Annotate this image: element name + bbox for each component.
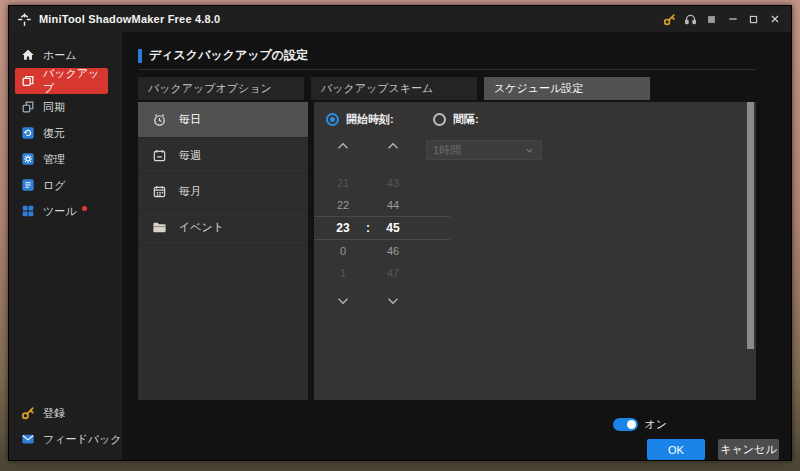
- hour-down-icon[interactable]: [331, 295, 355, 307]
- calendar-week-icon: [152, 148, 167, 163]
- selected-row-divider: [314, 239, 450, 240]
- minute-option[interactable]: 43: [376, 177, 410, 189]
- schedule-panel: 毎日 毎週 毎月 イベ: [138, 102, 756, 400]
- home-icon: [21, 48, 35, 62]
- sidebar-item-label: 登録: [43, 406, 65, 421]
- tools-icon: [21, 204, 35, 218]
- minute-option[interactable]: 44: [376, 199, 410, 211]
- mail-icon: [21, 432, 35, 446]
- selected-row-divider: [314, 216, 450, 217]
- sidebar-item-label: バックアップ: [43, 66, 108, 96]
- close-icon[interactable]: [764, 9, 785, 29]
- main-content: ディスクバックアップの設定 バックアップオプション バックアップスキーム スケジ…: [122, 32, 791, 460]
- sidebar-item-home[interactable]: ホーム: [9, 42, 122, 68]
- schedule-item-event[interactable]: イベント: [138, 210, 308, 246]
- sidebar-item-register[interactable]: 登録: [9, 400, 122, 426]
- hour-option[interactable]: 22: [326, 199, 360, 211]
- minute-option-selected[interactable]: 45: [376, 221, 410, 235]
- key-icon: [21, 406, 35, 420]
- folder-icon: [152, 220, 167, 235]
- header-divider: [138, 69, 756, 70]
- schedule-item-weekly[interactable]: 毎週: [138, 138, 308, 174]
- tab-backup-scheme[interactable]: バックアップスキーム: [311, 77, 477, 100]
- schedule-item-monthly[interactable]: 毎月: [138, 174, 308, 210]
- hour-option[interactable]: 1: [326, 267, 360, 279]
- calendar-month-icon: [152, 184, 167, 199]
- tab-schedule-settings[interactable]: スケジュール設定: [484, 77, 650, 100]
- log-icon: [21, 178, 35, 192]
- cancel-button[interactable]: キャンセル: [718, 439, 779, 460]
- scrollbar-thumb[interactable]: [747, 102, 754, 349]
- sync-icon: [21, 100, 35, 114]
- minute-up-icon[interactable]: [381, 140, 405, 152]
- sidebar-item-label: 管理: [43, 152, 65, 167]
- minute-option[interactable]: 47: [376, 267, 410, 279]
- manage-icon: [21, 152, 35, 166]
- headset-icon[interactable]: [680, 9, 701, 29]
- start-time-radio[interactable]: 開始時刻:: [326, 112, 394, 127]
- minute-option[interactable]: 46: [376, 245, 410, 257]
- schedule-menu: 毎日 毎週 毎月 イベ: [138, 102, 308, 400]
- radio-unselected-icon: [433, 113, 446, 126]
- restore-icon: [21, 126, 35, 140]
- square-icon[interactable]: [701, 9, 722, 29]
- page-header: ディスクバックアップの設定: [138, 47, 308, 64]
- hour-up-icon[interactable]: [331, 140, 355, 152]
- schedule-item-label: イベント: [179, 220, 224, 235]
- interval-dropdown[interactable]: 1時間: [426, 140, 542, 160]
- sidebar-item-feedback[interactable]: フィードバック: [9, 426, 122, 452]
- tools-badge: [82, 206, 87, 211]
- sidebar-item-log[interactable]: ログ: [9, 172, 122, 198]
- chevron-down-icon: [524, 145, 535, 156]
- header-accent-bar: [138, 49, 142, 63]
- schedule-item-label: 毎週: [179, 148, 201, 163]
- sidebar-item-label: フィードバック: [43, 432, 122, 447]
- app-window: MiniTool ShadowMaker Free 4.8.0: [8, 5, 792, 461]
- key-icon[interactable]: [659, 9, 680, 29]
- app-logo-icon: [17, 12, 32, 27]
- minute-down-icon[interactable]: [381, 295, 405, 307]
- ok-button[interactable]: OK: [647, 439, 705, 460]
- sidebar-item-label: 復元: [43, 126, 65, 141]
- alarm-clock-icon: [152, 112, 167, 127]
- tabs: バックアップオプション バックアップスキーム スケジュール設定: [138, 77, 650, 100]
- radio-selected-icon: [326, 113, 339, 126]
- toggle-label: オン: [644, 417, 667, 432]
- backup-icon: [21, 74, 35, 88]
- sidebar-item-label: ホーム: [43, 48, 77, 63]
- maximize-icon[interactable]: [743, 9, 764, 29]
- sidebar-item-label: ログ: [43, 178, 66, 193]
- schedule-detail-panel: 開始時刻: 間隔: 1時間: [314, 102, 756, 400]
- toggle-knob: [627, 420, 636, 429]
- sidebar-item-label: 同期: [43, 100, 65, 115]
- start-time-label: 開始時刻:: [346, 112, 394, 127]
- tab-backup-options[interactable]: バックアップオプション: [138, 77, 304, 100]
- schedule-item-daily[interactable]: 毎日: [138, 102, 308, 138]
- sidebar-item-label: ツール: [43, 204, 77, 219]
- hour-option[interactable]: 0: [326, 245, 360, 257]
- window-title: MiniTool ShadowMaker Free 4.8.0: [39, 13, 220, 25]
- page-title: ディスクバックアップの設定: [149, 47, 308, 64]
- interval-label: 間隔:: [453, 112, 479, 127]
- minimize-icon[interactable]: [722, 9, 743, 29]
- interval-dropdown-value: 1時間: [433, 143, 461, 158]
- sidebar-item-tools[interactable]: ツール: [9, 198, 122, 224]
- sidebar-item-sync[interactable]: 同期: [9, 94, 122, 120]
- interval-radio[interactable]: 間隔:: [433, 112, 479, 127]
- hour-option[interactable]: 21: [326, 177, 360, 189]
- schedule-item-label: 毎日: [179, 112, 201, 127]
- sidebar-item-restore[interactable]: 復元: [9, 120, 122, 146]
- sidebar-item-backup[interactable]: バックアップ: [15, 68, 108, 94]
- sidebar: ホーム バックアップ 同期 復元: [9, 32, 122, 460]
- schedule-toggle-row: オン: [613, 417, 667, 432]
- schedule-item-label: 毎月: [179, 184, 201, 199]
- titlebar: MiniTool ShadowMaker Free 4.8.0: [9, 6, 791, 32]
- sidebar-item-manage[interactable]: 管理: [9, 146, 122, 172]
- schedule-toggle[interactable]: [613, 418, 638, 431]
